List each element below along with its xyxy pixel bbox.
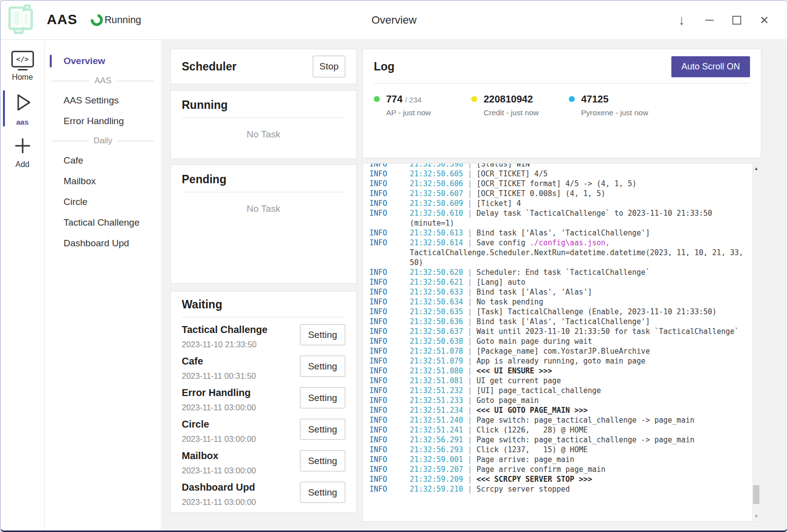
running-empty-text: No Task (182, 129, 345, 140)
nav-item-error-handling[interactable]: Error Handling (45, 111, 161, 132)
log-level: INFO (369, 396, 410, 405)
log-separator: | (463, 179, 476, 188)
log-timestamp: 21:32:50.605 (410, 169, 463, 178)
log-level: INFO (369, 336, 410, 346)
log-timestamp: 21:32:50.634 (410, 298, 463, 306)
task-next-run: 2023-11-11 03:00:00 (182, 434, 256, 444)
stat-value-line: 47125 (581, 94, 648, 105)
log-separator: | (463, 288, 476, 297)
nav-group-aas: AAS (45, 71, 161, 90)
log-entry: INFO21:32:51.240 | Page switch: page_tac… (369, 415, 745, 425)
log-level: INFO (369, 189, 410, 199)
dashboard-stats: 774/ 234AP - just now220810942Credit - j… (374, 94, 750, 117)
auto-scroll-button[interactable]: Auto Scroll ON (671, 56, 750, 77)
code-monitor-icon: </> (11, 51, 34, 67)
log-timestamp: 21:32:51.234 (410, 406, 463, 415)
log-message-segment: Goto main page during wait (476, 337, 592, 346)
nav-item-overview[interactable]: Overview (45, 51, 161, 71)
status-text: Running (104, 14, 141, 26)
task-setting-button[interactable]: Setting (300, 419, 345, 440)
task-setting-button[interactable]: Setting (300, 356, 345, 377)
log-message-segment: Scrcpy server stopped (476, 485, 570, 494)
log-level: INFO (369, 179, 410, 189)
stat-value: 774 (386, 94, 402, 104)
log-separator: | (463, 406, 476, 415)
log-entry: INFO21:32:50.598 | [Status] WIN (369, 163, 745, 169)
minimize-icon (705, 20, 714, 21)
play-icon (11, 92, 34, 113)
log-entry: INFO21:32:51.078 | [Package_name] com.Yo… (369, 346, 745, 356)
log-message-segment: [UI] page_tactical_challenge (476, 386, 601, 395)
log-level: INFO (369, 169, 410, 179)
log-message-segment: Click (1237, 15) @ HOME (476, 445, 588, 454)
log-timestamp: 21:32:50.609 (410, 199, 463, 208)
scrollbar-down-icon[interactable]: ▼ (752, 512, 760, 521)
waiting-task-row: Tactical Challenge2023-11-10 21:33:50Set… (182, 324, 345, 349)
download-button[interactable]: ↓ (671, 6, 692, 34)
log-entry: INFO21:32:50.621 | [Lang] auto (369, 277, 745, 287)
log-message-segment: Page arrive: page_main (476, 455, 574, 464)
waiting-task-info: Cafe2023-11-11 00:31:50 (182, 356, 256, 381)
log-entry: INFO21:32:50.606 | [OCR_TICKET format] 4… (369, 179, 745, 189)
stat-body: 220810942Credit - just now (484, 94, 539, 117)
log-separator: | (463, 416, 476, 425)
log-separator: | (463, 455, 476, 464)
log-entry: INFO21:32:51.233 | Goto page_main (369, 396, 745, 405)
rail-item-home[interactable]: </>Home (0, 45, 44, 86)
dashboard-stat: 220810942Credit - just now (471, 94, 569, 117)
waiting-task-info: Circle2023-11-11 03:00:00 (182, 419, 256, 444)
log-timestamp: 21:32:50.636 (410, 317, 463, 326)
log-message-segment: App is already running, goto main page (476, 357, 645, 366)
log-entry: INFO21:32:50.614 | Save config ./config\… (369, 238, 745, 267)
log-message-segment: Page arrive confirm page_main (476, 465, 605, 474)
log-timestamp: 21:32:59.207 (410, 465, 463, 474)
nav-item-aas-settings[interactable]: AAS Settings (45, 90, 161, 111)
log-separator: | (463, 376, 476, 385)
task-setting-button[interactable]: Setting (300, 450, 345, 471)
log-message-segment: Bind task ['Alas', 'Alas'] (476, 288, 592, 297)
close-icon: ✕ (759, 14, 769, 27)
rail-item-aas[interactable]: aas (0, 86, 44, 131)
nav-item-tactical-challenge[interactable]: Tactical Challenge (45, 212, 161, 233)
pending-empty-text: No Task (182, 203, 345, 214)
top-bar: AAS Running Overview ↓ ✕ (0, 0, 788, 40)
log-entry: INFO21:32:59.001 | Page arrive: page_mai… (369, 455, 745, 465)
log-separator: | (463, 229, 476, 237)
log-timestamp: 21:32:51.081 (410, 376, 463, 385)
log-separator: | (463, 163, 476, 168)
divider-line (116, 81, 154, 81)
log-separator: | (463, 298, 476, 306)
log-scrollbar[interactable]: ▲ ▼ (752, 164, 760, 521)
log-panel: INFO21:32:50.598 | [Status] WININFO21:32… (362, 163, 761, 522)
minimize-button[interactable] (699, 6, 720, 34)
rail-item-add[interactable]: Add (0, 131, 44, 173)
nav-item-circle[interactable]: Circle (45, 192, 161, 212)
task-name: Error Handling (182, 387, 256, 399)
pending-title: Pending (182, 173, 345, 186)
nav-item-dashboard-upd[interactable]: Dashboard Upd (45, 233, 161, 254)
task-setting-button[interactable]: Setting (300, 387, 345, 408)
stat-label: Credit - just now (484, 108, 539, 117)
log-separator: | (463, 327, 476, 336)
task-setting-button[interactable]: Setting (300, 324, 345, 345)
log-entry: INFO21:32:56.291 | Page switch: page_tac… (369, 435, 745, 445)
stat-value-line: 774/ 234 (386, 94, 431, 105)
waiting-task-info: Error Handling2023-11-11 03:00:00 (182, 387, 256, 412)
log-timestamp: 21:32:50.621 (410, 278, 463, 287)
maximize-button[interactable] (726, 6, 747, 34)
waiting-task-info: Mailbox2023-11-11 03:00:00 (182, 450, 256, 475)
nav-item-mailbox[interactable]: Mailbox (45, 171, 161, 192)
nav-item-cafe[interactable]: Cafe (45, 150, 161, 171)
maximize-icon (732, 16, 741, 25)
task-setting-button[interactable]: Setting (300, 482, 345, 503)
waiting-list: Tactical Challenge2023-11-10 21:33:50Set… (182, 324, 345, 507)
scrollbar-up-icon[interactable]: ▲ (752, 164, 760, 173)
divider (374, 83, 750, 84)
task-next-run: 2023-11-11 03:00:00 (182, 498, 256, 507)
scrollbar-thumb[interactable] (753, 485, 759, 504)
log-level: INFO (369, 163, 410, 169)
log-timestamp: 21:32:56.291 (410, 435, 463, 444)
stop-button[interactable]: Stop (313, 56, 345, 77)
close-button[interactable]: ✕ (754, 6, 775, 34)
divider-line (52, 81, 90, 81)
